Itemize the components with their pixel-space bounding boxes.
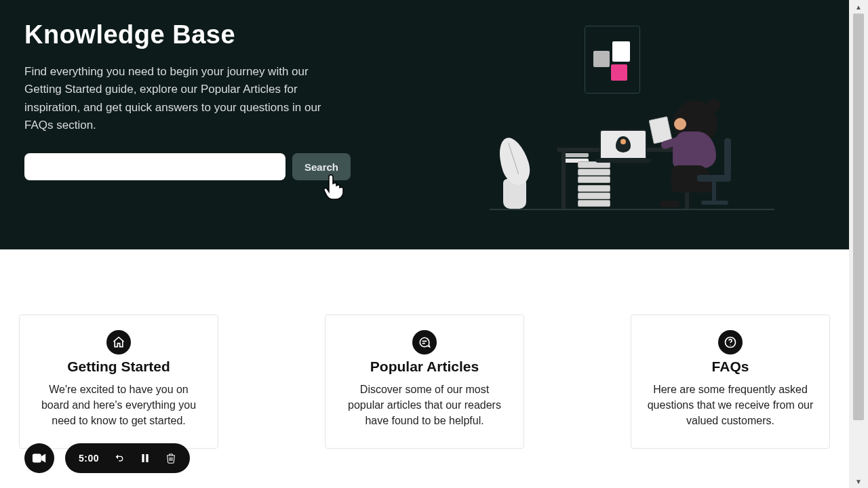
card-body: Discover some of our most popular articl… — [340, 382, 509, 429]
trash-icon — [165, 453, 176, 464]
svg-rect-4 — [146, 454, 148, 462]
cards-row: Getting Started We're excited to have yo… — [19, 314, 830, 449]
card-faqs[interactable]: FAQs Here are some frequently asked ques… — [631, 314, 830, 449]
scrollbar-thumb[interactable] — [853, 14, 864, 420]
pause-icon — [140, 453, 151, 464]
pause-button[interactable] — [140, 453, 151, 464]
card-body: We're excited to have you on board and h… — [35, 382, 203, 429]
recording-controls: 5:00 — [65, 443, 190, 473]
card-title: Popular Articles — [340, 359, 509, 375]
svg-rect-3 — [142, 454, 144, 462]
search-input[interactable] — [24, 153, 285, 180]
undo-icon — [114, 453, 125, 464]
delete-button[interactable] — [165, 453, 176, 464]
search-button[interactable]: Search — [292, 153, 351, 180]
recording-toolbar: 5:00 — [24, 443, 190, 473]
scroll-down-button[interactable] — [849, 474, 868, 488]
card-popular-articles[interactable]: Popular Articles Discover some of our mo… — [325, 314, 524, 449]
hero-section: Knowledge Base Find everything you need … — [0, 0, 849, 249]
illustration-laptop — [599, 129, 651, 163]
question-icon — [718, 330, 743, 354]
hero-illustration — [503, 20, 774, 224]
camera-button[interactable] — [24, 443, 54, 473]
scroll-up-button[interactable] — [849, 0, 868, 14]
svg-point-1 — [730, 345, 730, 346]
page-viewport: Knowledge Base Find everything you need … — [0, 0, 849, 488]
video-camera-icon — [32, 453, 47, 464]
illustration-book-stacks — [578, 161, 610, 209]
card-title: Getting Started — [35, 359, 203, 375]
recording-time: 5:00 — [79, 453, 99, 464]
vertical-scrollbar[interactable] — [849, 0, 868, 488]
card-getting-started[interactable]: Getting Started We're excited to have yo… — [19, 314, 218, 449]
card-title: FAQs — [646, 359, 814, 375]
illustration-person — [659, 100, 741, 209]
home-icon — [106, 330, 131, 354]
chat-icon — [412, 330, 437, 354]
svg-rect-2 — [33, 454, 41, 463]
illustration-floating-panel — [585, 26, 640, 94]
card-body: Here are some frequently asked questions… — [646, 382, 814, 429]
undo-button[interactable] — [114, 453, 125, 464]
illustration-plant — [503, 179, 526, 209]
scrollbar-track[interactable] — [849, 14, 868, 474]
hero-description: Find everything you need to begin your j… — [24, 63, 336, 134]
